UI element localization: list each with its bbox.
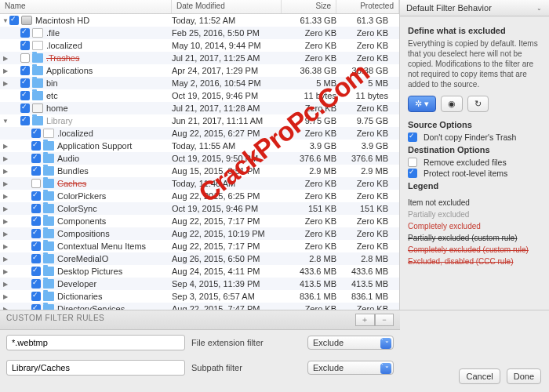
define-title: Define what is excluded (408, 26, 541, 35)
include-checkbox[interactable] (31, 254, 41, 263)
include-checkbox[interactable] (20, 103, 30, 113)
include-checkbox[interactable] (31, 154, 41, 163)
filter-behavior-dropdown[interactable]: Default Filter Behavior ⌄ (400, 0, 549, 16)
table-row[interactable]: ▼Macintosh HDToday, 11:52 AM61.33 GB61.3… (0, 14, 399, 27)
disclosure-triangle[interactable]: ▶ (2, 193, 9, 200)
col-name[interactable]: Name (0, 0, 172, 13)
item-size: Zero KB (282, 304, 336, 310)
disclosure-triangle[interactable]: ▶ (2, 306, 9, 310)
include-checkbox[interactable] (31, 304, 41, 310)
item-protected: 413.5 MB (336, 279, 399, 289)
include-checkbox[interactable] (20, 66, 30, 75)
table-row[interactable]: ▶ComponentsAug 22, 2015, 7:17 PMZero KBZ… (0, 215, 399, 227)
col-protected[interactable]: Protected (336, 0, 399, 13)
disclosure-triangle[interactable]: ▶ (2, 205, 9, 212)
table-row[interactable]: ▶Desktop PicturesAug 24, 2015, 4:11 PM43… (0, 265, 399, 278)
table-row[interactable]: ▶AudioOct 19, 2015, 9:50 PM376.6 MB376.6… (0, 152, 399, 165)
disclosure-triangle[interactable]: ▶ (2, 143, 9, 150)
include-checkbox[interactable] (31, 292, 41, 301)
dest-options-title: Destination Options (408, 145, 541, 154)
add-filter-button[interactable]: ＋ (355, 314, 375, 326)
disclosure-triangle[interactable]: ▶ (2, 155, 9, 162)
table-row[interactable]: ▶.TrashesJul 21, 2017, 11:25 AMZero KBZe… (0, 52, 399, 64)
table-row[interactable]: etcOct 19, 2015, 9:46 PM11 bytes11 bytes (0, 89, 399, 102)
table-row[interactable]: ▶binMay 2, 2016, 10:54 PM5 MB5 MB (0, 77, 399, 89)
include-checkbox[interactable] (20, 53, 30, 63)
table-row[interactable]: ▶BundlesAug 15, 2015, 8:51 PM2.9 MB2.9 M… (0, 165, 399, 177)
disclosure-triangle[interactable]: ▶ (2, 243, 9, 250)
include-checkbox[interactable] (31, 204, 41, 213)
col-size[interactable]: Size (282, 0, 336, 13)
include-checkbox[interactable] (31, 267, 41, 276)
disclosure-triangle[interactable]: ▶ (2, 168, 9, 175)
table-row[interactable]: .localizedMay 10, 2014, 9:44 PMZero KBZe… (0, 39, 399, 52)
filter-input-1[interactable] (6, 335, 185, 350)
gear-button[interactable]: ✲ ▾ (408, 96, 436, 112)
include-checkbox[interactable] (31, 216, 41, 226)
preview-button[interactable]: ◉ (441, 96, 463, 112)
table-row[interactable]: ▶CompositionsAug 22, 2015, 10:19 PMZero … (0, 227, 399, 240)
include-checkbox[interactable] (31, 179, 41, 188)
opt-trash-label: Don't copy Finder's Trash (424, 132, 516, 142)
table-row[interactable]: .localizedAug 22, 2015, 6:27 PMZero KBZe… (0, 127, 399, 140)
item-size: 836.1 MB (282, 292, 336, 301)
done-button[interactable]: Done (507, 368, 541, 384)
table-row[interactable]: ▶ApplicationsApr 24, 2017, 1:29 PM36.38 … (0, 64, 399, 77)
include-checkbox[interactable] (31, 279, 41, 289)
include-checkbox[interactable] (20, 78, 30, 88)
disclosure-triangle[interactable]: ▶ (2, 281, 9, 288)
include-checkbox[interactable] (31, 129, 41, 138)
include-checkbox[interactable] (20, 116, 30, 125)
table-row[interactable]: ▶DirectoryServicesAug 22, 2015, 7:47 PMZ… (0, 303, 399, 310)
table-row[interactable]: ▶CoreMediaIOAug 26, 2015, 6:50 PM2.8 MB2… (0, 252, 399, 265)
remove-filter-button[interactable]: － (375, 314, 394, 326)
table-row[interactable]: ▶DeveloperSep 4, 2015, 11:39 PM413.5 MB4… (0, 278, 399, 290)
table-row[interactable]: homeJul 21, 2017, 11:28 AMZero KBZero KB (0, 102, 399, 114)
disclosure-triangle[interactable]: ▶ (2, 55, 9, 62)
disclosure-triangle[interactable]: ▼ (2, 17, 9, 24)
filter-input-2[interactable] (6, 360, 185, 376)
table-row[interactable]: ▶DictionariesSep 3, 2015, 6:57 AM836.1 M… (0, 290, 399, 303)
checkbox-remove-excluded[interactable] (408, 158, 417, 167)
filter-action-1[interactable]: Exclude (307, 336, 394, 350)
cancel-button[interactable]: Cancel (459, 368, 500, 384)
table-row[interactable]: ▶Application SupportToday, 11:55 AM3.9 G… (0, 140, 399, 152)
include-checkbox[interactable] (31, 141, 41, 151)
table-row[interactable]: ▶Contextual Menu ItemsAug 22, 2015, 7:17… (0, 240, 399, 252)
table-row[interactable]: ▶CachesToday, 11:46 AMZero KBZero KB (0, 177, 399, 190)
disclosure-triangle[interactable]: ▶ (2, 80, 9, 87)
disclosure-triangle[interactable]: ▶ (2, 256, 9, 263)
disclosure-triangle[interactable]: ▶ (2, 230, 9, 238)
table-row[interactable]: ▶ColorSyncOct 19, 2015, 9:46 PM151 KB151… (0, 202, 399, 215)
disclosure-triangle[interactable]: ▶ (2, 218, 9, 225)
reload-button[interactable]: ↻ (467, 96, 489, 112)
checkbox-trash[interactable] (408, 132, 417, 142)
filter-action-2[interactable]: Exclude (307, 361, 394, 375)
disclosure-triangle[interactable]: ▶ (2, 67, 9, 74)
filter-type-2[interactable]: Subpath filter (191, 363, 301, 372)
disclosure-triangle[interactable]: ▶ (2, 268, 9, 275)
item-protected: Zero KB (336, 216, 399, 226)
checkbox-protect-root[interactable] (408, 169, 417, 178)
include-checkbox[interactable] (9, 16, 19, 25)
include-checkbox[interactable] (20, 91, 30, 100)
include-checkbox[interactable] (20, 41, 30, 50)
item-date: Sep 4, 2015, 11:39 PM (172, 279, 282, 289)
item-date: Feb 25, 2016, 5:50 PM (172, 28, 282, 38)
disclosure-triangle[interactable]: ▼ (2, 118, 9, 125)
item-protected: Zero KB (336, 241, 399, 251)
item-protected: 433.6 MB (336, 267, 399, 276)
item-name: DirectoryServices (57, 304, 172, 310)
table-row[interactable]: ▶ColorPickersAug 22, 2015, 6:25 PMZero K… (0, 190, 399, 202)
include-checkbox[interactable] (31, 191, 41, 201)
include-checkbox[interactable] (31, 241, 41, 251)
disclosure-triangle[interactable]: ▶ (2, 180, 9, 187)
col-date[interactable]: Date Modified (172, 0, 282, 13)
include-checkbox[interactable] (31, 166, 41, 176)
include-checkbox[interactable] (20, 28, 30, 38)
table-row[interactable]: ▼LibraryJun 21, 2017, 11:11 AM9.75 GB9.7… (0, 114, 399, 127)
filter-type-1[interactable]: File extension filter (191, 338, 301, 347)
table-row[interactable]: .fileFeb 25, 2016, 5:50 PMZero KBZero KB (0, 27, 399, 39)
include-checkbox[interactable] (31, 229, 41, 238)
disclosure-triangle[interactable]: ▶ (2, 293, 9, 300)
